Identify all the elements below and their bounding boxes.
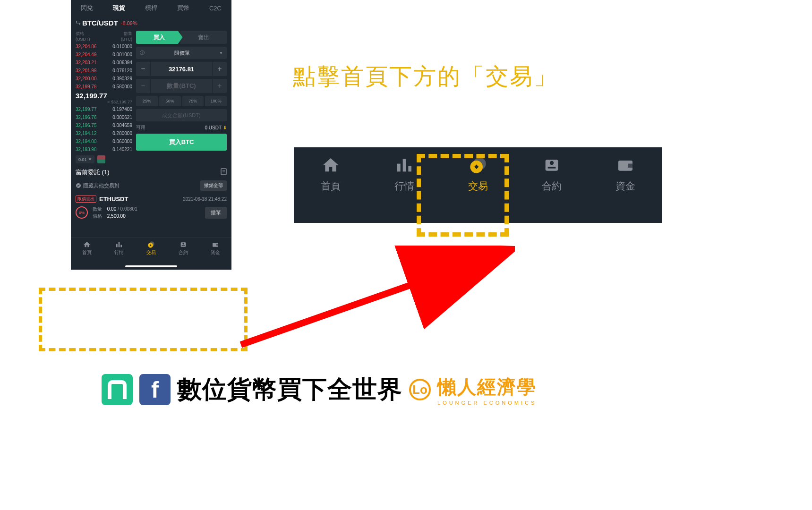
fill-ring: 0% (76, 206, 88, 219)
svg-rect-25 (403, 159, 406, 172)
ask-row[interactable]: 32,204.860.010000 (76, 42, 132, 51)
chevron-down-icon: ▼ (88, 157, 92, 162)
svg-rect-32 (548, 167, 556, 168)
order-type-value: 限價單 (148, 47, 215, 59)
wallet-icon (615, 156, 636, 175)
ask-row[interactable]: 32,200.000.390329 (76, 75, 132, 83)
nav-home-zoom[interactable]: 首頁 (294, 156, 368, 223)
svg-line-37 (241, 255, 496, 345)
footer-brand-row: f 數位貨幣買下全世界 Lo 懶人經濟學 LOUNGER ECONOMICS (102, 373, 537, 406)
phone-screenshot: 閃兌 現貨 槓桿 買幣 C2C ⇆ BTC/USDT -8.09% $ 價格(U… (71, 0, 231, 270)
available-label: 可用 (136, 124, 145, 131)
tab-c2c[interactable]: C2C (199, 0, 231, 16)
bid-row[interactable]: 32,194.120.280000 (76, 129, 132, 137)
ask-row[interactable]: 32,203.210.006394 (76, 59, 132, 67)
home-icon (83, 241, 91, 248)
cancel-order-button[interactable]: 撤單 (205, 207, 227, 219)
svg-rect-26 (408, 166, 411, 172)
pct-50[interactable]: 50% (159, 96, 181, 106)
annotation-caption: 點擊首頁下方的「交易」 (293, 61, 558, 92)
qty-stepper[interactable]: − 數量(BTC) + (136, 79, 227, 93)
tab-margin[interactable]: 槓桿 (135, 0, 167, 16)
plus-button[interactable]: + (213, 62, 227, 76)
ask-row[interactable]: 32,204.490.001000 (76, 51, 132, 59)
plus-button[interactable]: + (213, 79, 227, 93)
deposit-icon[interactable]: ⬇ (223, 125, 227, 130)
submit-buy-button[interactable]: 買入BTC (136, 134, 227, 151)
info-icon[interactable]: ⓘ (136, 47, 148, 59)
svg-rect-35 (628, 164, 633, 168)
bid-row[interactable]: 32,199.770.197400 (76, 105, 132, 113)
brand-crypto-world: 數位貨幣買下全世界 (177, 373, 402, 406)
pct-25[interactable]: 25% (136, 96, 158, 106)
buy-tab[interactable]: 買入 (136, 31, 183, 44)
futures-icon (179, 241, 188, 248)
qty-value[interactable]: 數量(BTC) (151, 79, 212, 93)
pair-symbol[interactable]: BTC/USDT (82, 19, 118, 27)
ob-qty-label: 數量 (124, 31, 132, 36)
orderbook-mode-icon[interactable] (97, 155, 105, 163)
nav-futures[interactable]: 合約 (167, 241, 199, 264)
tab-buy[interactable]: 買幣 (167, 0, 199, 16)
tab-spot[interactable]: 現貨 (103, 0, 135, 16)
order-type-selector[interactable]: ⓘ 限價單 ▼ (136, 47, 227, 59)
chevron-down-icon: ▼ (215, 47, 227, 59)
tab-convert[interactable]: 閃兌 (71, 0, 103, 16)
minus-button[interactable]: − (136, 62, 150, 76)
brand-a-logo (102, 374, 133, 405)
nav-wallet[interactable]: 資金 (199, 241, 231, 264)
svg-rect-20 (182, 245, 185, 246)
wallet-icon (211, 241, 220, 248)
pct-75[interactable]: 75% (182, 96, 204, 106)
svg-rect-24 (397, 164, 401, 172)
nav-home[interactable]: 首頁 (71, 241, 103, 264)
pct-100[interactable]: 100% (205, 96, 227, 106)
lounger-cn: 懶人經濟學 (437, 374, 537, 400)
bars-icon (115, 241, 123, 248)
cancel-all-button[interactable]: 撤銷全部 (200, 180, 227, 191)
bid-row[interactable]: 32,196.760.000621 (76, 113, 132, 121)
available-value: 0 USDT (205, 125, 222, 130)
order-time: 2021-06-18 21:48:22 (183, 196, 227, 202)
order-row: 限價賣出 ETHUSDT 2021-06-18 21:48:22 0% 數量 0… (76, 196, 227, 220)
lounger-logo: Lo (409, 379, 431, 400)
futures-icon (541, 156, 562, 175)
price-value[interactable]: 32176.81 (151, 62, 212, 76)
change-percent: -8.09% (121, 20, 137, 26)
bid-row[interactable]: 32,193.980.140221 (76, 145, 132, 153)
bid-row[interactable]: 32,194.000.060000 (76, 137, 132, 145)
highlight-box-small (39, 288, 248, 351)
home-icon (320, 156, 341, 175)
svg-point-19 (182, 243, 184, 244)
lounger-en: LOUNGER ECONOMICS (437, 400, 537, 406)
home-indicator-zoom (368, 242, 510, 245)
trade-icon (147, 241, 155, 248)
ob-price-label: 價格 (76, 31, 84, 36)
usd-equiv: ≈ $32,199.77 (76, 100, 132, 104)
order-tag: 限價賣出 (76, 196, 96, 203)
order-symbol: ETHUSDT (99, 196, 128, 203)
ask-row[interactable]: 32,199.780.580000 (76, 83, 132, 91)
hide-others-toggle[interactable]: 隱藏其他交易對 (76, 182, 120, 189)
svg-rect-12 (116, 244, 118, 247)
depth-selector[interactable]: 0.01▼ (76, 155, 94, 163)
ask-row[interactable]: 32,201.990.076120 (76, 67, 132, 75)
highlight-box-zoom (417, 154, 509, 237)
svg-rect-23 (216, 244, 218, 246)
price-stepper[interactable]: − 32176.81 + (136, 62, 227, 76)
orders-title: 當前委託 (1) (76, 168, 110, 177)
nav-market[interactable]: 行情 (103, 241, 135, 264)
nav-trade[interactable]: 交易 (135, 241, 167, 264)
sell-tab[interactable]: 賣出 (180, 31, 227, 44)
minus-button[interactable]: − (136, 79, 150, 93)
orders-doc-icon[interactable] (221, 168, 227, 177)
order-total[interactable]: 成交金額(USDT) (136, 109, 227, 121)
swap-icon[interactable]: ⇆ (76, 19, 81, 26)
orderbook: 價格(USDT) 數量(BTC) 32,204.860.010000 32,20… (76, 31, 132, 163)
product-tabs: 閃兌 現貨 槓桿 買幣 C2C (71, 0, 231, 16)
facebook-logo: f (139, 374, 171, 405)
nav-wallet-zoom[interactable]: 資金 (589, 156, 662, 223)
red-arrow (231, 246, 515, 359)
nav-futures-zoom[interactable]: 合約 (515, 156, 589, 223)
bid-row[interactable]: 32,196.750.004659 (76, 121, 132, 129)
